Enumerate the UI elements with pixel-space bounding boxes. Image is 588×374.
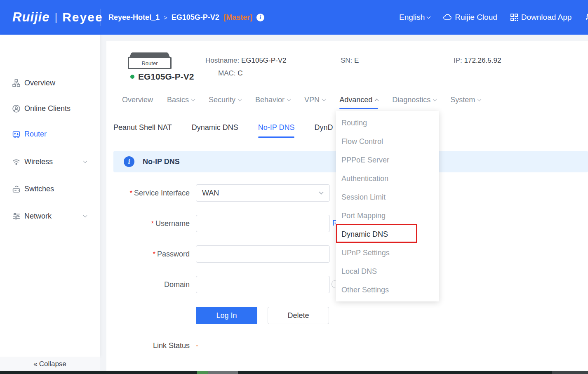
menu-item-upnp-settings[interactable]: UPnP Settings [336, 244, 439, 262]
sidebar-item-overview[interactable]: Overview [0, 74, 100, 92]
device-tab-bar: Overview Basics Security Behavior VPN Ad… [122, 92, 481, 107]
subtab-dyndns-clipped[interactable]: DynD [314, 123, 333, 138]
menu-item-label: Authentication [341, 174, 388, 183]
chevron-down-icon [319, 190, 323, 194]
chevron-down-icon [83, 213, 87, 217]
select-value: WAN [202, 189, 219, 198]
tab-label: VPN [304, 96, 320, 104]
login-button[interactable]: Log In [196, 307, 257, 324]
ip-value: 172.26.5.92 [464, 56, 501, 64]
chevron-down-icon [427, 14, 431, 19]
header-divider [101, 9, 101, 26]
password-label: *Password [103, 250, 190, 259]
menu-item-authentication[interactable]: Authentication [336, 169, 439, 188]
username-input[interactable] [196, 215, 330, 232]
menu-item-other-settings[interactable]: Other Settings [336, 281, 439, 299]
required-mark: * [130, 190, 132, 197]
hostname-row: Hostname: EG105G-P-V2 [205, 56, 287, 65]
device-name-label: EG105G-P-V2 [138, 72, 194, 82]
language-selector[interactable]: English [399, 13, 430, 22]
subtab-dynamic-dns[interactable]: Dynamic DNS [192, 123, 238, 138]
collapse-label: Collapse [39, 360, 66, 368]
collapse-sidebar-button[interactable]: « Collapse [0, 357, 100, 371]
tab-behavior[interactable]: Behavior [255, 92, 290, 107]
tab-label: Overview [122, 96, 153, 104]
info-icon: i [124, 156, 134, 167]
required-mark: * [151, 220, 154, 227]
online-clients-icon [12, 104, 21, 113]
tab-advanced[interactable]: Advanced [339, 92, 378, 107]
brand-divider: | [54, 11, 57, 24]
label-text: Domain [164, 280, 190, 289]
router-icon [12, 130, 21, 139]
menu-item-label: Flow Control [341, 137, 383, 146]
menu-item-dynamic-dns[interactable]: Dynamic DNS [336, 225, 439, 244]
menu-item-session-limit[interactable]: Session Limit [336, 188, 439, 207]
menu-item-label: Local DNS [341, 267, 377, 276]
password-input[interactable] [196, 245, 330, 263]
menu-item-flow-control[interactable]: Flow Control [336, 132, 439, 151]
breadcrumb-device[interactable]: EG105G-P-V2 [172, 13, 219, 22]
info-icon[interactable]: i [256, 14, 264, 21]
tab-security[interactable]: Security [209, 92, 241, 107]
download-app-label: Download App [521, 13, 572, 22]
menu-item-label: Other Settings [341, 286, 389, 294]
delete-button[interactable]: Delete [268, 307, 329, 324]
tab-overview[interactable]: Overview [122, 92, 153, 107]
qr-code-icon [510, 13, 519, 22]
tab-label: Behavior [255, 96, 285, 104]
tab-diagnostics[interactable]: Diagnostics [392, 92, 436, 107]
network-icon [12, 212, 21, 221]
subtab-label: DynD [314, 123, 333, 132]
hostname-value: EG105G-P-V2 [241, 56, 287, 64]
menu-item-port-mapping[interactable]: Port Mapping [336, 207, 439, 225]
tab-label: Security [209, 96, 235, 104]
breadcrumb-network[interactable]: Reyee-Hotel_1 [108, 13, 160, 22]
sidebar-item-network[interactable]: Network [0, 207, 100, 225]
sidebar-item-label: Overview [24, 79, 55, 87]
taskbar-green-segment [197, 371, 208, 374]
mac-value: C [238, 69, 242, 77]
device-name: EG105G-P-V2 [130, 72, 194, 82]
username-label: *Username [103, 219, 190, 228]
download-app-link[interactable]: Download App [510, 13, 572, 22]
domain-input[interactable] [196, 276, 330, 293]
collapse-icon: « [33, 360, 37, 368]
wireless-icon [12, 158, 21, 166]
page-gutter [100, 35, 588, 41]
mac-row: MAC: C [218, 69, 243, 78]
banner-title: No-IP DNS [143, 158, 180, 166]
sn-value: E [354, 56, 359, 64]
menu-item-label: Dynamic DNS [341, 230, 388, 239]
ip-row: IP: 172.26.5.92 [454, 56, 501, 65]
sidebar: Overview Online Clients Router Wireless … [0, 35, 100, 357]
menu-item-local-dns[interactable]: Local DNS [336, 262, 439, 281]
domain-label: Domain [103, 280, 190, 289]
tab-label: Diagnostics [392, 96, 430, 104]
subtab-no-ip-dns[interactable]: No-IP DNS [258, 123, 295, 138]
network-setup-link[interactable]: N [584, 13, 588, 22]
sidebar-item-online-clients[interactable]: Online Clients [0, 99, 100, 118]
label-text: Service Interface [134, 189, 190, 197]
sidebar-item-label: Switches [24, 185, 54, 193]
subtab-peanut-shell-nat[interactable]: Peanut Shell NAT [113, 123, 172, 138]
menu-item-label: Routing [341, 119, 367, 127]
sidebar-item-router[interactable]: Router [0, 125, 100, 143]
ip-label: IP: [454, 56, 462, 64]
tab-label: System [450, 96, 475, 104]
service-interface-select[interactable]: WAN [196, 184, 330, 202]
tab-vpn[interactable]: VPN [304, 92, 325, 107]
tab-basics[interactable]: Basics [167, 92, 195, 107]
ruijie-cloud-link[interactable]: Ruijie Cloud [442, 12, 497, 22]
menu-item-routing[interactable]: Routing [336, 114, 439, 132]
sidebar-item-wireless[interactable]: Wireless [0, 153, 100, 171]
tab-system[interactable]: System [450, 92, 481, 107]
link-status-label: Link Status [103, 341, 190, 350]
online-status-dot [130, 75, 134, 79]
label-text: Password [157, 250, 190, 258]
menu-item-label: Session Limit [341, 193, 386, 202]
sidebar-item-label: Network [24, 212, 52, 221]
menu-item-pppoe-server[interactable]: PPPoE Server [336, 151, 439, 169]
sidebar-item-switches[interactable]: Switches [0, 180, 100, 198]
overview-icon [12, 79, 21, 87]
